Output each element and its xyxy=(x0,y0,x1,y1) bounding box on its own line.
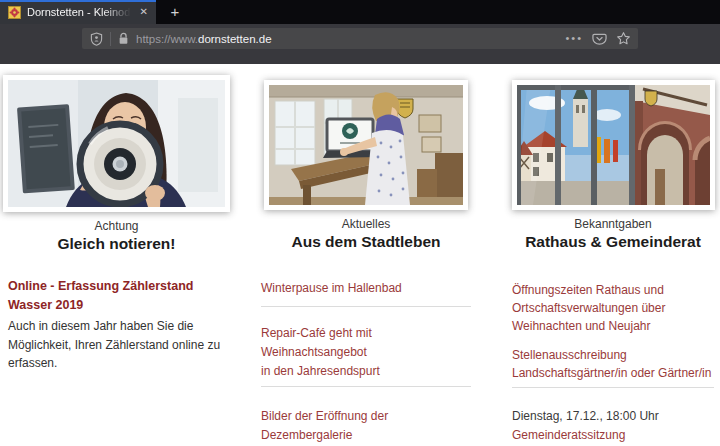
url-text[interactable]: https://www.dornstetten.de xyxy=(136,33,272,45)
teaser-column-bekanntgaben: Bekanntgaben Rathaus & Gemeinderat Öffnu… xyxy=(512,80,714,444)
photo-town-hall-window-reflection[interactable] xyxy=(517,85,710,205)
tab-bar: Dornstetten - Kleinod mit mitte ✕ + xyxy=(0,0,720,24)
photo-frame[interactable] xyxy=(3,75,230,212)
divider xyxy=(512,387,714,388)
teaser-heading[interactable]: Gleich notieren! xyxy=(3,235,230,253)
news-link-winterpause[interactable]: Winterpause im Hallenbad xyxy=(261,279,471,298)
photo-woman-with-megaphone[interactable] xyxy=(8,80,225,207)
urlbar-separator xyxy=(110,32,111,46)
teaser-column-aktuelles: Aktuelles Aus dem Stadtleben Winterpause… xyxy=(261,80,471,445)
photo-frame[interactable] xyxy=(512,80,715,210)
teaser-caption: Bekanntgaben xyxy=(512,217,714,231)
news-link-dezembergalerie[interactable]: Bilder der Eröffnung der Dezembergalerie xyxy=(261,407,471,445)
teaser-heading[interactable]: Rathaus & Gemeinderat xyxy=(512,233,714,251)
news-link-stellenausschreibung[interactable]: Stellenausschreibung Landschaftsgärtner/… xyxy=(512,346,714,382)
teaser-heading[interactable]: Aus dem Stadtleben xyxy=(261,233,471,251)
page-content: Achtung Gleich notieren! Online - Erfass… xyxy=(0,64,720,446)
https-lock-icon[interactable] xyxy=(118,32,129,45)
url-domain: dornstetten.de xyxy=(198,33,272,45)
news-body-text: Auch in diesem Jahr haben Sie die Möglic… xyxy=(8,317,230,373)
teaser-column-achtung: Achtung Gleich notieren! Online - Erfass… xyxy=(3,75,230,373)
url-bar[interactable]: https://www.dornstetten.de ••• xyxy=(82,28,638,49)
bookmark-star-icon[interactable] xyxy=(616,31,631,46)
teaser-caption: Achtung xyxy=(3,219,230,233)
news-link-zaehlerstand[interactable]: Online - Erfassung Zählerstand Wasser 20… xyxy=(8,277,230,314)
divider xyxy=(261,386,471,387)
navigation-toolbar: https://www.dornstetten.de ••• xyxy=(0,24,720,64)
news-link-oeffnungszeiten[interactable]: Öffnungszeiten Rathaus und Ortschaftsver… xyxy=(512,281,714,335)
tab-close-icon[interactable]: ✕ xyxy=(137,0,151,24)
save-to-pocket-icon[interactable] xyxy=(592,31,607,46)
photo-woman-at-historic-desk[interactable] xyxy=(269,85,463,205)
event-date-text: Dienstag, 17.12., 18:00 Uhr xyxy=(512,407,714,425)
new-tab-button[interactable]: + xyxy=(163,2,187,22)
tracking-protection-shield-icon[interactable] xyxy=(82,32,110,46)
browser-window: Dornstetten - Kleinod mit mitte ✕ + ht xyxy=(0,0,720,446)
divider xyxy=(261,306,471,307)
site-favicon-icon xyxy=(8,6,21,19)
url-prefix: https://www. xyxy=(136,33,198,45)
teaser-caption: Aktuelles xyxy=(261,217,471,231)
photo-frame[interactable] xyxy=(264,80,468,210)
page-actions-icon[interactable]: ••• xyxy=(565,28,583,49)
active-tab[interactable]: Dornstetten - Kleinod mit mitte ✕ xyxy=(0,0,156,24)
tab-title: Dornstetten - Kleinod mit mitte xyxy=(27,0,133,24)
news-link-repair-cafe[interactable]: Repair-Café geht mit Weihnachtsangebot i… xyxy=(261,324,471,381)
news-link-gemeinderatssitzung[interactable]: Gemeinderatssitzung xyxy=(512,426,714,444)
